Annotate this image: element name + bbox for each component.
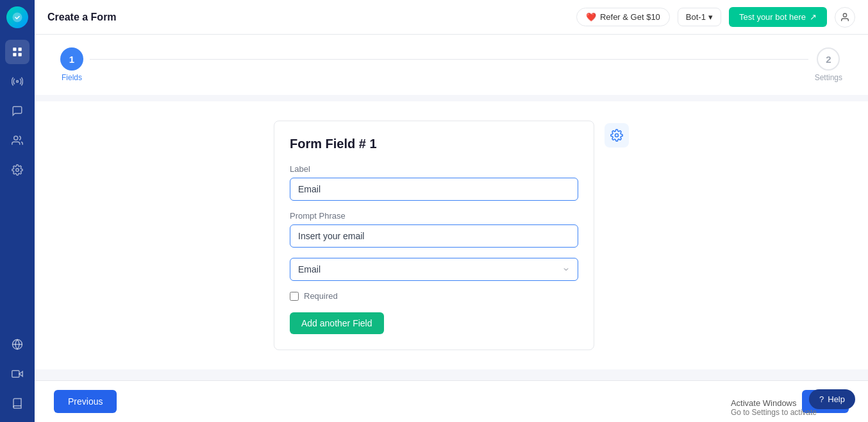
required-label: Required bbox=[304, 291, 338, 301]
sidebar-item-contacts[interactable] bbox=[5, 128, 29, 153]
svg-rect-2 bbox=[19, 47, 22, 51]
step-line bbox=[90, 59, 808, 60]
user-avatar[interactable] bbox=[835, 7, 855, 28]
previous-button[interactable]: Previous bbox=[54, 390, 117, 413]
svg-point-12 bbox=[843, 13, 846, 17]
svg-rect-11 bbox=[12, 371, 19, 378]
help-circle-icon: ? bbox=[819, 394, 824, 404]
external-link-icon: ↗ bbox=[810, 12, 817, 22]
svg-point-5 bbox=[17, 81, 19, 83]
page-content: 1 Fields 2 Settings Form Field # 1 bbox=[35, 35, 868, 380]
sidebar bbox=[0, 0, 35, 422]
step-2-circle: 2 bbox=[817, 47, 840, 71]
sidebar-item-broadcast[interactable] bbox=[5, 69, 29, 94]
page-title: Create a Form bbox=[47, 12, 576, 23]
step-1: 1 Fields bbox=[60, 47, 83, 82]
label-field-label: Label bbox=[290, 164, 578, 174]
steps-bar: 1 Fields 2 Settings bbox=[35, 35, 868, 95]
form-card-title: Form Field # 1 bbox=[290, 137, 578, 151]
add-field-button[interactable]: Add another Field bbox=[290, 312, 384, 334]
refer-label: Refer & Get $10 bbox=[600, 12, 660, 22]
footer: Previous Activate Windows Go to Settings… bbox=[35, 380, 868, 422]
type-field-group: Email Text Phone Number URL bbox=[290, 258, 578, 281]
sidebar-item-globe[interactable] bbox=[5, 332, 29, 357]
form-card: Form Field # 1 Label Prompt Phrase Email… bbox=[274, 121, 594, 350]
test-bot-button[interactable]: Test your bot here ↗ bbox=[729, 7, 827, 27]
help-label: Help bbox=[828, 394, 845, 404]
svg-point-6 bbox=[14, 136, 18, 140]
type-select[interactable]: Email Text Phone Number URL bbox=[290, 258, 578, 281]
prompt-field-label: Prompt Phrase bbox=[290, 211, 578, 221]
prompt-field-group: Prompt Phrase bbox=[290, 211, 578, 248]
field-settings-button[interactable] bbox=[605, 123, 629, 148]
step-2-label: Settings bbox=[815, 73, 842, 82]
svg-marker-10 bbox=[19, 371, 22, 376]
refer-button[interactable]: ❤️ Refer & Get $10 bbox=[576, 8, 670, 26]
sidebar-item-settings[interactable] bbox=[5, 158, 29, 182]
bot-name: Bot-1 bbox=[686, 12, 706, 22]
form-section: Form Field # 1 Label Prompt Phrase Email… bbox=[35, 101, 868, 369]
header-actions: ❤️ Refer & Get $10 Bot-1 ▾ Test your bot… bbox=[576, 7, 855, 28]
step-1-circle: 1 bbox=[60, 47, 83, 71]
step-wrapper: 1 Fields 2 Settings bbox=[60, 47, 842, 82]
svg-point-7 bbox=[16, 169, 19, 172]
form-card-container: Form Field # 1 Label Prompt Phrase Email… bbox=[47, 121, 855, 350]
svg-rect-3 bbox=[13, 53, 16, 56]
heart-icon: ❤️ bbox=[586, 12, 596, 22]
help-button[interactable]: ? Help bbox=[809, 389, 855, 409]
chevron-down-icon: ▾ bbox=[708, 12, 713, 22]
bot-selector[interactable]: Bot-1 ▾ bbox=[678, 8, 721, 26]
sidebar-item-conversations[interactable] bbox=[5, 99, 29, 123]
svg-rect-1 bbox=[13, 47, 16, 51]
required-checkbox[interactable] bbox=[290, 292, 299, 301]
label-input[interactable] bbox=[290, 178, 578, 201]
step-2-number: 2 bbox=[826, 54, 831, 65]
prompt-input[interactable] bbox=[290, 224, 578, 248]
activate-windows-notice: Activate Windows Go to Settings to activ… bbox=[731, 398, 817, 417]
sidebar-item-dashboard[interactable] bbox=[5, 40, 29, 64]
required-row: Required bbox=[290, 291, 578, 301]
activate-sub: Go to Settings to activate bbox=[731, 408, 817, 417]
step-2: 2 Settings bbox=[815, 47, 842, 82]
label-field-group: Label bbox=[290, 164, 578, 201]
step-1-label: Fields bbox=[62, 73, 82, 82]
step-1-number: 1 bbox=[69, 54, 74, 65]
sidebar-item-book[interactable] bbox=[5, 391, 29, 416]
svg-point-13 bbox=[615, 134, 619, 137]
header: Create a Form ❤️ Refer & Get $10 Bot-1 ▾… bbox=[35, 0, 868, 35]
test-bot-label: Test your bot here bbox=[739, 12, 806, 22]
sidebar-item-video[interactable] bbox=[5, 362, 29, 386]
activate-title: Activate Windows bbox=[731, 398, 817, 408]
svg-rect-4 bbox=[19, 53, 22, 56]
svg-point-0 bbox=[13, 13, 22, 22]
main-content: Create a Form ❤️ Refer & Get $10 Bot-1 ▾… bbox=[35, 0, 868, 422]
app-logo bbox=[6, 6, 28, 28]
